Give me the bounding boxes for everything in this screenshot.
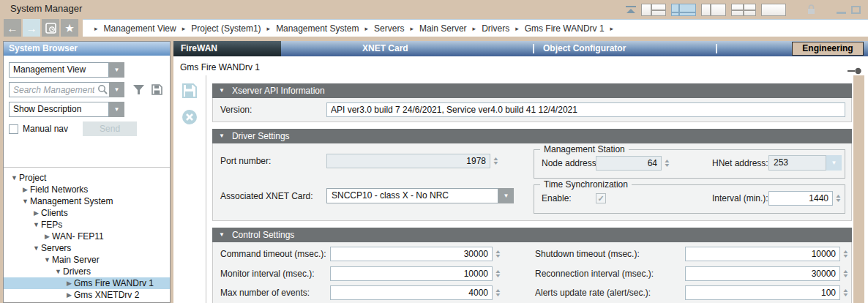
breadcrumb-arrow-icon: ▸ bbox=[515, 25, 519, 32]
save-filter-icon[interactable] bbox=[151, 84, 162, 95]
breadcrumb-arrow-icon: ▸ bbox=[94, 25, 98, 32]
send-button[interactable]: Send bbox=[83, 121, 137, 136]
minimize-icon[interactable] bbox=[837, 12, 846, 14]
layout-preset-3-button[interactable] bbox=[701, 4, 726, 16]
section-title: Control Settings bbox=[232, 228, 294, 242]
command-timeout-field[interactable] bbox=[330, 247, 493, 261]
tab-firewan[interactable]: FireWAN bbox=[173, 41, 281, 56]
section-header-driver[interactable]: ▼ Driver Settings bbox=[212, 129, 852, 143]
search-icon bbox=[97, 84, 108, 97]
alerts-update-rate-field[interactable] bbox=[685, 285, 840, 300]
breadcrumb-arrow-icon: ▸ bbox=[410, 25, 414, 32]
node-address-label: Node address: bbox=[542, 156, 599, 171]
view-selector[interactable]: Management View ▼ bbox=[9, 62, 124, 78]
maximize-icon[interactable] bbox=[851, 6, 861, 14]
node-address-stepper: ▲▼ bbox=[662, 156, 671, 171]
shutdown-timeout-stepper[interactable]: ▲▼ bbox=[841, 247, 850, 261]
tree-expander-icon[interactable]: ▶ bbox=[42, 233, 52, 240]
layout-preset-1-button[interactable] bbox=[641, 4, 666, 16]
collapse-triangle-icon[interactable]: ▼ bbox=[219, 228, 225, 242]
interval-stepper[interactable]: ▲▼ bbox=[834, 191, 842, 206]
filter-icon[interactable] bbox=[133, 85, 144, 94]
breadcrumb-item[interactable]: Gms Fire WANDrv 1 bbox=[525, 23, 605, 34]
chevron-down-icon[interactable]: ▼ bbox=[498, 188, 514, 203]
tree-item-drivers[interactable]: ▼Drivers bbox=[4, 266, 170, 277]
associated-xnet-card-selector[interactable]: SNCCP10 - class X - No NRC ▼ bbox=[326, 188, 514, 203]
collapse-triangle-icon[interactable]: ▼ bbox=[219, 129, 225, 143]
tree-item-gms-xnetdrv-2[interactable]: ▶Gms XNETDrv 2 bbox=[4, 289, 170, 301]
tree-item-gms-fire-wandrv-1[interactable]: ▶Gms Fire WANDrv 1 bbox=[4, 277, 170, 289]
layout-preset-2-button[interactable] bbox=[671, 4, 696, 16]
breadcrumb-item[interactable]: Management View bbox=[104, 23, 176, 34]
object-content: Gms Fire WANDrv 1 ▼ Xserver API Informat… bbox=[173, 56, 868, 303]
breadcrumb: ▸ Management View ▸ Project (System1) ▸ … bbox=[83, 19, 868, 37]
tree-expander-icon[interactable]: ▶ bbox=[31, 209, 41, 217]
tree-item-wan-fep11[interactable]: ▶WAN- FEP11 bbox=[4, 231, 170, 242]
tree-item-management-system[interactable]: ▼Management System bbox=[4, 195, 170, 207]
tree-expander-icon[interactable]: ▼ bbox=[53, 268, 63, 275]
back-button[interactable]: ← bbox=[4, 19, 21, 37]
chevron-down-icon[interactable]: ▼ bbox=[109, 102, 124, 117]
command-timeout-stepper[interactable]: ▲▼ bbox=[493, 247, 502, 261]
breadcrumb-item[interactable]: Drivers bbox=[482, 23, 509, 34]
search-input[interactable] bbox=[9, 82, 109, 97]
save-button[interactable] bbox=[182, 83, 198, 99]
tree-item-label: Event Manager bbox=[72, 302, 132, 302]
hnet-address-selector: 253 ▼ bbox=[768, 155, 842, 171]
breadcrumb-item[interactable]: Project (System1) bbox=[191, 23, 261, 34]
tree-item-project[interactable]: ▼Project bbox=[4, 172, 170, 184]
tree-expander-icon[interactable]: ▶ bbox=[64, 280, 74, 287]
tree-expander-icon[interactable]: ▼ bbox=[31, 244, 41, 252]
collapse-triangle-icon[interactable]: ▼ bbox=[219, 83, 225, 98]
tree-expander-icon[interactable]: ▶ bbox=[20, 186, 30, 193]
chevron-down-icon[interactable]: ▼ bbox=[109, 62, 124, 78]
section-header-xserver[interactable]: ▼ Xserver API Information bbox=[212, 83, 852, 98]
collapse-panel-icon[interactable] bbox=[626, 6, 636, 14]
search-dropdown-button[interactable]: ▼ bbox=[109, 82, 124, 97]
section-header-control[interactable]: ▼ Control Settings bbox=[212, 228, 852, 242]
tree-item-servers[interactable]: ▼Servers bbox=[4, 242, 170, 254]
layout-preset-4-button[interactable] bbox=[731, 4, 756, 16]
tab-object-configurator[interactable]: Object Configurator bbox=[543, 41, 626, 56]
recent-history-button[interactable] bbox=[42, 19, 59, 37]
tree-expander-icon[interactable]: ▼ bbox=[31, 221, 41, 228]
tab-xnet-card[interactable]: XNET Card bbox=[362, 41, 408, 56]
forward-button[interactable]: → bbox=[23, 19, 40, 37]
management-station-legend: Management Station bbox=[540, 144, 629, 154]
display-mode-selector[interactable]: Show Description ▼ bbox=[9, 102, 124, 117]
layout-preset-5-button[interactable] bbox=[761, 4, 786, 16]
max-events-field[interactable] bbox=[330, 285, 493, 300]
tree-item-event-manager[interactable]: Event Manager bbox=[4, 301, 170, 302]
monitor-interval-field[interactable] bbox=[330, 266, 493, 281]
scrollbar-gutter[interactable] bbox=[853, 75, 864, 303]
tree-item-feps[interactable]: ▼FEPs bbox=[4, 219, 170, 231]
system-manager-window: System Manager ← → ★ ▸ Management View ▸… bbox=[0, 0, 868, 303]
monitor-interval-stepper[interactable]: ▲▼ bbox=[493, 266, 502, 281]
tree-expander-icon[interactable]: ▼ bbox=[20, 198, 30, 205]
engineering-mode-button[interactable]: Engineering bbox=[792, 42, 864, 56]
tree-item-clients[interactable]: ▶Clients bbox=[4, 207, 170, 219]
favorites-button[interactable]: ★ bbox=[61, 19, 78, 37]
alerts-update-rate-stepper[interactable]: ▲▼ bbox=[841, 285, 850, 300]
port-number-field bbox=[326, 154, 490, 168]
breadcrumb-item[interactable]: Management System bbox=[276, 23, 359, 34]
reconnection-interval-stepper[interactable]: ▲▼ bbox=[841, 266, 850, 281]
max-events-stepper[interactable]: ▲▼ bbox=[493, 285, 502, 300]
shutdown-timeout-field[interactable] bbox=[685, 247, 840, 261]
manual-nav-checkbox[interactable] bbox=[9, 124, 18, 134]
breadcrumb-item[interactable]: Main Server bbox=[419, 23, 467, 34]
main-panel: FireWAN XNET Card Object Configurator En… bbox=[173, 41, 868, 303]
interval-field[interactable] bbox=[768, 191, 833, 206]
spin-down-icon: ▼ bbox=[492, 161, 499, 165]
breadcrumb-item[interactable]: Servers bbox=[374, 23, 404, 34]
tree-item-main-server[interactable]: ▼Main Server bbox=[4, 254, 170, 266]
tree-expander-icon[interactable]: ▶ bbox=[64, 291, 74, 299]
discard-button[interactable] bbox=[182, 109, 198, 125]
reconnection-interval-field[interactable] bbox=[685, 266, 840, 281]
version-label: Version: bbox=[220, 102, 252, 117]
tree-expander-icon[interactable]: ▼ bbox=[42, 256, 52, 263]
tree-item-label: Main Server bbox=[52, 255, 100, 265]
control-row: Monitor interval (msec.): ▲▼ Reconnectio… bbox=[213, 266, 851, 281]
tree-item-field-networks[interactable]: ▶Field Networks bbox=[4, 184, 170, 195]
tree-expander-icon[interactable]: ▼ bbox=[10, 174, 19, 182]
